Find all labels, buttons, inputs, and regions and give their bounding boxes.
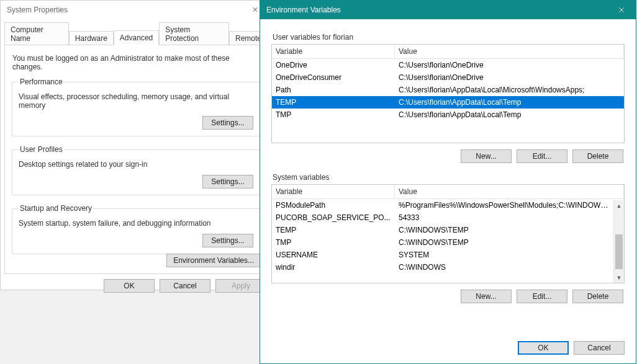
- var-value-cell: C:\WINDOWS\TEMP: [395, 236, 613, 249]
- sysprops-apply-button: Apply: [215, 279, 266, 293]
- startup-recovery-settings-button[interactable]: Settings...: [202, 234, 253, 247]
- startup-recovery-desc: System startup, system failure, and debu…: [19, 219, 253, 228]
- environment-variables-button[interactable]: Environment Variables...: [166, 254, 261, 267]
- sys-vars-col-variable[interactable]: Variable: [272, 185, 395, 198]
- envdlg-title: Environment Variables: [266, 6, 341, 14]
- startup-recovery-legend: Startup and Recovery: [19, 204, 93, 213]
- table-row[interactable]: USERNAMESYSTEM: [272, 249, 613, 261]
- envdlg-ok-button[interactable]: OK: [518, 341, 569, 355]
- var-value-cell: 54333: [395, 211, 613, 224]
- user-profiles-settings-button[interactable]: Settings...: [202, 175, 253, 189]
- var-name-cell: Path: [272, 84, 395, 96]
- table-row[interactable]: TEMPC:\Users\florian\AppData\Local\Temp: [272, 96, 624, 109]
- sys-new-button[interactable]: New...: [461, 290, 512, 303]
- user-vars-label: User variables for florian: [273, 33, 625, 42]
- sysprops-ok-button[interactable]: OK: [104, 279, 155, 293]
- var-value-cell: C:\Users\florian\AppData\Local\Microsoft…: [395, 84, 624, 96]
- tab-advanced-body: You must be logged on as an Administrato…: [4, 45, 268, 274]
- sys-vars-header: Variable Value: [272, 185, 624, 199]
- startup-recovery-group: Startup and Recovery System startup, sys…: [12, 204, 260, 254]
- scroll-track[interactable]: [614, 211, 624, 272]
- sysprops-title: System Properties: [7, 6, 68, 14]
- var-value-cell: C:\Users\florian\OneDrive: [395, 59, 624, 71]
- table-row[interactable]: TEMPC:\WINDOWS\TEMP: [272, 224, 613, 236]
- user-new-button[interactable]: New...: [461, 149, 512, 163]
- var-name-cell: PUCORB_SOAP_SERVICE_PO...: [272, 211, 395, 224]
- performance-legend: Performance: [19, 78, 64, 86]
- user-delete-button[interactable]: Delete: [572, 149, 623, 163]
- sys-vars-scrollbar[interactable]: ▲ ▼: [613, 200, 624, 283]
- system-properties-dialog: System Properties × Computer Name Hardwa…: [0, 0, 272, 290]
- var-name-cell: USERNAME: [272, 249, 395, 261]
- environment-variables-dialog: Environment Variables User variables for…: [260, 0, 636, 364]
- sysprops-cancel-button[interactable]: Cancel: [160, 279, 210, 293]
- table-row[interactable]: PUCORB_SOAP_SERVICE_PO...54333: [272, 211, 613, 224]
- table-row[interactable]: PathC:\Users\florian\AppData\Local\Micro…: [272, 84, 624, 96]
- var-name-cell: TEMP: [272, 224, 395, 236]
- sys-edit-button[interactable]: Edit...: [517, 290, 567, 303]
- table-row[interactable]: TMPC:\WINDOWS\TEMP: [272, 236, 613, 249]
- table-row[interactable]: OneDriveC:\Users\florian\OneDrive: [272, 59, 624, 71]
- user-vars-col-value[interactable]: Value: [395, 45, 624, 58]
- user-edit-button[interactable]: Edit...: [517, 149, 567, 163]
- sys-vars-col-value[interactable]: Value: [395, 185, 624, 198]
- scroll-down-icon[interactable]: ▼: [614, 272, 624, 283]
- sysprops-dialog-buttons: OK Cancel Apply: [1, 274, 271, 293]
- var-name-cell: TMP: [272, 109, 395, 121]
- var-name-cell: windir: [272, 261, 395, 273]
- user-profiles-legend: User Profiles: [19, 145, 64, 154]
- sysprops-titlebar: System Properties ×: [1, 1, 271, 19]
- var-name-cell: OneDriveConsumer: [272, 71, 395, 84]
- tab-computer-name[interactable]: Computer Name: [4, 22, 69, 45]
- performance-group: Performance Visual effects, processor sc…: [12, 78, 260, 136]
- table-row[interactable]: PSModulePath%ProgramFiles%\WindowsPowerS…: [272, 199, 613, 211]
- user-profiles-group: User Profiles Desktop settings related t…: [12, 145, 260, 195]
- scroll-up-icon[interactable]: ▲: [614, 200, 624, 211]
- tab-hardware[interactable]: Hardware: [69, 31, 114, 45]
- tab-advanced[interactable]: Advanced: [114, 30, 159, 45]
- var-value-cell: C:\Users\florian\AppData\Local\Temp: [395, 109, 624, 121]
- performance-desc: Visual effects, processor scheduling, me…: [19, 92, 253, 110]
- sysprops-tabs: Computer Name Hardware Advanced System P…: [1, 22, 271, 45]
- user-vars-buttons: New... Edit... Delete: [271, 149, 623, 163]
- envdlg-titlebar: Environment Variables: [260, 1, 636, 19]
- scroll-thumb[interactable]: [615, 234, 623, 269]
- var-name-cell: TMP: [272, 236, 395, 249]
- var-value-cell: %ProgramFiles%\WindowsPowerShell\Modules…: [395, 199, 613, 211]
- user-profiles-desc: Desktop settings related to your sign-in: [19, 160, 253, 169]
- envdlg-cancel-button[interactable]: Cancel: [574, 341, 625, 355]
- tab-system-protection[interactable]: System Protection: [159, 22, 229, 45]
- close-icon[interactable]: [607, 1, 636, 19]
- table-row[interactable]: OneDriveConsumerC:\Users\florian\OneDriv…: [272, 71, 624, 84]
- user-vars-col-variable[interactable]: Variable: [272, 45, 395, 58]
- user-vars-header: Variable Value: [272, 45, 624, 59]
- admin-notice: You must be logged on as an Administrato…: [12, 54, 260, 71]
- var-value-cell: C:\WINDOWS: [395, 261, 613, 273]
- sys-vars-label: System variables: [273, 173, 625, 182]
- var-value-cell: SYSTEM: [395, 249, 613, 261]
- performance-settings-button[interactable]: Settings...: [202, 116, 253, 130]
- table-row[interactable]: TMPC:\Users\florian\AppData\Local\Temp: [272, 109, 624, 121]
- var-name-cell: PSModulePath: [272, 199, 395, 211]
- var-value-cell: C:\WINDOWS\TEMP: [395, 224, 613, 236]
- sys-vars-buttons: New... Edit... Delete: [271, 290, 623, 303]
- sys-delete-button[interactable]: Delete: [572, 290, 623, 303]
- var-name-cell: OneDrive: [272, 59, 395, 71]
- sys-vars-listbox[interactable]: Variable Value PSModulePath%ProgramFiles…: [271, 184, 625, 283]
- var-value-cell: C:\Users\florian\AppData\Local\Temp: [395, 96, 624, 109]
- var-name-cell: TEMP: [272, 96, 395, 109]
- envdlg-dialog-buttons: OK Cancel: [518, 341, 625, 355]
- table-row[interactable]: windirC:\WINDOWS: [272, 261, 613, 273]
- var-value-cell: C:\Users\florian\OneDrive: [395, 71, 624, 84]
- envdlg-body: User variables for florian Variable Valu…: [260, 19, 636, 313]
- user-vars-listbox[interactable]: Variable Value OneDriveC:\Users\florian\…: [271, 44, 625, 143]
